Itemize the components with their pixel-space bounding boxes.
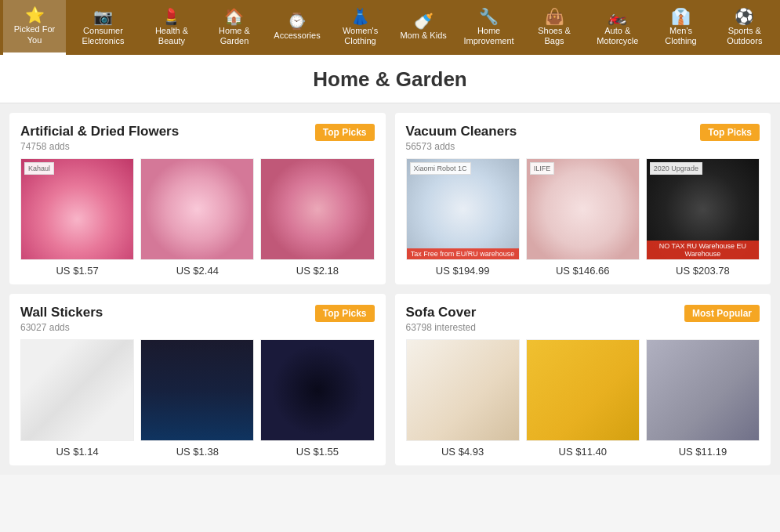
- product-image: [646, 339, 760, 441]
- nav-item-home-improvement[interactable]: 🔧 Home Improvement: [455, 0, 523, 55]
- product-item[interactable]: US $1.38: [140, 339, 254, 458]
- product-price: US $146.66: [556, 265, 610, 277]
- product-overlay: NO TAX RU Warehouse EU Warehouse: [647, 241, 759, 259]
- nav-label-health-beauty: Health & Beauty: [147, 26, 197, 46]
- nav-item-sports-outdoors[interactable]: ⚽ Sports & Outdoors: [713, 0, 777, 55]
- product-image: [20, 339, 134, 441]
- seller-tag: Xiaomi Robot 1C: [410, 162, 471, 175]
- nav-item-health-beauty[interactable]: 💄 Health & Beauty: [140, 0, 203, 55]
- product-price: US $1.55: [296, 446, 339, 458]
- category-meta: 56573 adds: [406, 141, 760, 152]
- nav-label-picked-for-you: Picked For You: [9, 24, 60, 45]
- category-meta: 74758 adds: [20, 141, 375, 152]
- page-title: Home & Garden: [0, 55, 780, 103]
- navigation: ⭐ Picked For You 📷 Consumer Electronics …: [0, 0, 780, 55]
- nav-icon-shoes-bags: 👜: [545, 9, 564, 24]
- product-item[interactable]: US $11.40: [526, 339, 640, 458]
- category-badge: Top Picks: [315, 305, 375, 322]
- product-image: [260, 158, 374, 260]
- nav-icon-sports-outdoors: ⚽: [735, 9, 754, 24]
- category-grid: Artificial & Dried Flowers 74758 adds To…: [0, 103, 780, 475]
- nav-item-picked-for-you[interactable]: ⭐ Picked For You: [3, 0, 66, 55]
- product-grid: US $1.14 US $1.38 US $1.55: [20, 339, 375, 458]
- nav-label-home-improvement: Home Improvement: [461, 26, 517, 46]
- nav-label-shoes-bags: Shoes & Bags: [529, 26, 579, 46]
- category-meta: 63798 interested: [406, 322, 760, 333]
- product-price: US $1.14: [56, 446, 98, 458]
- nav-item-auto-motorcycle[interactable]: 🏍️ Auto & Motorcycle: [586, 0, 650, 55]
- product-item[interactable]: Xiaomi Robot 1C Tax Free from EU/RU ware…: [406, 158, 520, 277]
- nav-icon-accessories: ⌚: [287, 13, 307, 29]
- product-overlay: Tax Free from EU/RU warehouse: [407, 248, 519, 259]
- nav-label-womens-clothing: Women's Clothing: [335, 26, 386, 46]
- nav-label-home-garden: Home & Garden: [209, 26, 259, 46]
- nav-label-consumer-electronics: Consumer Electronics: [72, 26, 134, 46]
- product-grid: Xiaomi Robot 1C Tax Free from EU/RU ware…: [406, 158, 760, 277]
- nav-label-mens-clothing: Men's Clothing: [656, 26, 706, 46]
- product-item[interactable]: ILIFE US $146.66: [526, 158, 640, 277]
- category-card-wall-stickers: Wall Stickers 63027 adds Top Picks US $1…: [9, 294, 386, 465]
- product-item[interactable]: US $1.14: [20, 339, 134, 458]
- category-card-vacuum-cleaners: Vacuum Cleaners 56573 adds Top Picks Xia…: [395, 113, 771, 284]
- product-price: US $2.18: [296, 265, 339, 277]
- product-price: US $203.78: [676, 265, 730, 277]
- page-title-text: Home & Garden: [313, 67, 467, 91]
- product-image: [140, 339, 254, 441]
- product-price: US $11.40: [559, 446, 607, 458]
- seller-tag: 2020 Upgrade: [650, 162, 702, 175]
- product-item[interactable]: US $2.44: [140, 158, 254, 277]
- nav-icon-home-improvement: 🔧: [479, 9, 499, 24]
- seller-tag: ILIFE: [530, 162, 555, 175]
- nav-item-mom-kids[interactable]: 🍼 Mom & Kids: [392, 0, 455, 55]
- product-image: 2020 Upgrade NO TAX RU Warehouse EU Ware…: [646, 158, 760, 260]
- product-grid: US $4.93 US $11.40 US $11.19: [406, 339, 760, 458]
- product-item[interactable]: 2020 Upgrade NO TAX RU Warehouse EU Ware…: [646, 158, 760, 277]
- nav-icon-womens-clothing: 👗: [350, 9, 370, 24]
- product-item[interactable]: US $4.93: [406, 339, 520, 458]
- product-image: Kahaul: [20, 158, 134, 260]
- nav-item-consumer-electronics[interactable]: 📷 Consumer Electronics: [66, 0, 140, 55]
- nav-icon-picked-for-you: ⭐: [25, 7, 45, 23]
- nav-item-womens-clothing[interactable]: 👗 Women's Clothing: [328, 0, 392, 55]
- nav-item-mens-clothing[interactable]: 👔 Men's Clothing: [650, 0, 713, 55]
- product-price: US $2.44: [176, 265, 219, 277]
- nav-icon-auto-motorcycle: 🏍️: [608, 9, 627, 24]
- category-badge: Most Popular: [684, 305, 760, 322]
- nav-item-home-garden[interactable]: 🏠 Home & Garden: [203, 0, 266, 55]
- seller-tag: Kahaul: [24, 162, 54, 175]
- product-image: [526, 339, 640, 441]
- product-image: [140, 158, 254, 260]
- category-meta: 63027 adds: [20, 322, 375, 333]
- product-item[interactable]: US $11.19: [646, 339, 760, 458]
- product-item[interactable]: Kahaul US $1.57: [20, 158, 134, 277]
- product-grid: Kahaul US $1.57 US $2.44: [20, 158, 375, 277]
- nav-item-accessories[interactable]: ⌚ Accessories: [266, 0, 328, 55]
- category-card-sofa-cover: Sofa Cover 63798 interested Most Popular…: [395, 294, 771, 465]
- product-price: US $1.57: [56, 265, 98, 277]
- product-image: Xiaomi Robot 1C Tax Free from EU/RU ware…: [406, 158, 520, 260]
- nav-icon-consumer-electronics: 📷: [93, 9, 113, 24]
- nav-label-accessories: Accessories: [274, 31, 320, 41]
- product-price: US $194.99: [436, 265, 490, 277]
- nav-icon-health-beauty: 💄: [161, 9, 181, 24]
- product-price: US $4.93: [441, 446, 484, 458]
- category-badge: Top Picks: [315, 124, 375, 141]
- product-image: [260, 339, 374, 441]
- nav-icon-mens-clothing: 👔: [671, 9, 691, 24]
- category-badge: Top Picks: [700, 124, 760, 141]
- product-price: US $11.19: [679, 446, 727, 458]
- nav-icon-home-garden: 🏠: [224, 9, 244, 24]
- nav-icon-mom-kids: 🍼: [414, 13, 434, 29]
- product-item[interactable]: US $1.55: [260, 339, 374, 458]
- product-item[interactable]: US $2.18: [260, 158, 374, 277]
- nav-item-shoes-bags[interactable]: 👜 Shoes & Bags: [523, 0, 586, 55]
- category-card-artificial-dried-flowers: Artificial & Dried Flowers 74758 adds To…: [9, 113, 386, 284]
- nav-label-mom-kids: Mom & Kids: [400, 31, 446, 41]
- nav-label-auto-motorcycle: Auto & Motorcycle: [592, 26, 644, 46]
- nav-label-sports-outdoors: Sports & Outdoors: [719, 26, 771, 46]
- product-image: [406, 339, 520, 441]
- product-image: ILIFE: [526, 158, 640, 260]
- product-price: US $1.38: [176, 446, 219, 458]
